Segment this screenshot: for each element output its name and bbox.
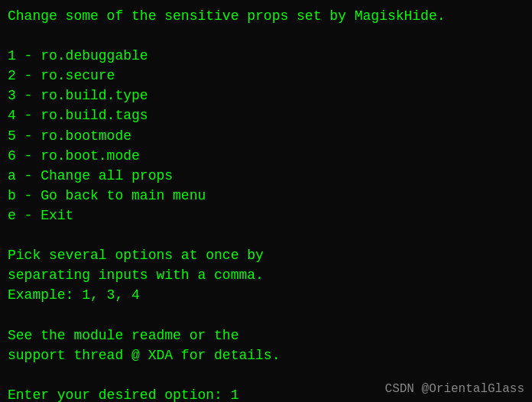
menu-item-1: 1 - ro.debuggable (8, 46, 524, 66)
instructions-line3: Example: 1, 3, 4 (8, 285, 524, 305)
menu-item-4: 4 - ro.build.tags (8, 105, 524, 125)
menu-item-a: a - Change all props (8, 166, 524, 186)
instructions-line2: separating inputs with a comma. (8, 265, 524, 285)
info-line1: See the module readme or the (8, 326, 524, 345)
menu-item-5: 5 - ro.bootmode (8, 126, 524, 146)
menu-item-3: 3 - ro.build.type (8, 86, 524, 105)
menu-item-b: b - Go back to main menu (8, 186, 524, 206)
menu-item-2: 2 - ro.secure (8, 66, 524, 86)
terminal-content: Change some of the sensitive props set b… (8, 6, 524, 402)
menu-item-e: e - Exit (8, 206, 524, 225)
instructions-line1: Pick several options at once by (8, 245, 524, 265)
header-line: Change some of the sensitive props set b… (8, 6, 524, 26)
watermark: CSDN @OrientalGlass (385, 382, 524, 396)
menu-item-6: 6 - ro.boot.mode (8, 146, 524, 166)
info-line2: support thread @ XDA for details. (8, 345, 524, 365)
